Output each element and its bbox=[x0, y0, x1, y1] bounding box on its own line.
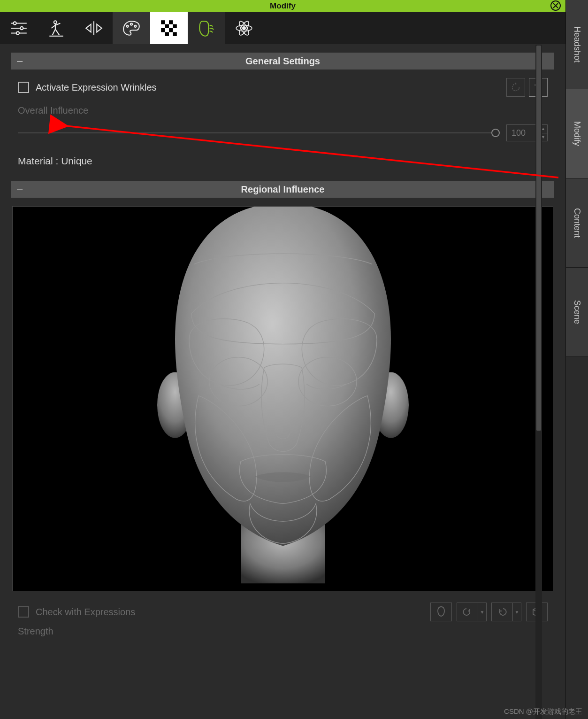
svg-point-17 bbox=[130, 23, 132, 25]
check-expressions-row: Check with Expressions ▼ bbox=[18, 603, 548, 621]
check-expressions-label: Check with Expressions bbox=[36, 607, 135, 618]
svg-point-5 bbox=[20, 27, 23, 30]
dropdown-arrow-icon[interactable]: ▼ bbox=[512, 603, 521, 621]
overall-influence-value: 100 bbox=[512, 128, 526, 138]
cycle-prev-button[interactable]: ▼ bbox=[457, 603, 487, 621]
titlebar: Modify bbox=[0, 0, 565, 12]
svg-point-3 bbox=[13, 22, 16, 24]
window-title: Modify bbox=[270, 1, 296, 11]
svg-line-12 bbox=[53, 29, 55, 35]
scrollbar[interactable] bbox=[535, 45, 542, 719]
tab-content[interactable]: Content bbox=[566, 178, 588, 268]
activate-wrinkles-row: Activate Expression Wrinkles bbox=[18, 78, 548, 97]
overall-influence-slider-row: 100 ▲▼ bbox=[18, 124, 548, 141]
tool-sliders[interactable] bbox=[0, 12, 38, 44]
tool-pose[interactable] bbox=[38, 12, 75, 44]
svg-rect-25 bbox=[169, 28, 173, 32]
tool-physics[interactable] bbox=[225, 12, 263, 44]
dropdown-arrow-icon[interactable]: ▼ bbox=[478, 603, 486, 621]
activate-wrinkles-checkbox[interactable] bbox=[18, 82, 29, 93]
svg-point-18 bbox=[134, 25, 136, 27]
close-button[interactable] bbox=[550, 0, 561, 11]
svg-line-10 bbox=[52, 25, 55, 28]
content-panel: – General Settings Activate Expression W… bbox=[0, 44, 565, 719]
tool-checker[interactable] bbox=[150, 12, 188, 44]
tool-mirror[interactable] bbox=[75, 12, 113, 44]
right-tab-strip: Headshot Modify Content Scene bbox=[565, 0, 588, 719]
material-label: Material : Unique bbox=[18, 155, 548, 167]
activate-wrinkles-label: Activate Expression Wrinkles bbox=[36, 82, 157, 93]
section-title: General Settings bbox=[245, 56, 320, 67]
section-title: Regional Influence bbox=[241, 184, 325, 195]
watermark: CSDN @开发游戏的老王 bbox=[504, 707, 582, 716]
svg-rect-23 bbox=[173, 24, 176, 28]
slider-thumb[interactable] bbox=[491, 129, 500, 137]
svg-line-13 bbox=[55, 29, 59, 35]
face-silhouette-button[interactable] bbox=[430, 603, 452, 621]
svg-rect-20 bbox=[161, 20, 165, 24]
collapse-icon[interactable]: – bbox=[17, 183, 23, 195]
tab-scene[interactable]: Scene bbox=[566, 268, 588, 357]
svg-rect-21 bbox=[169, 20, 173, 24]
toolbar bbox=[0, 12, 565, 44]
section-general-settings[interactable]: – General Settings bbox=[11, 53, 554, 70]
tab-modify[interactable]: Modify bbox=[566, 89, 588, 178]
reset-button[interactable] bbox=[506, 78, 525, 97]
section-regional-influence[interactable]: – Regional Influence bbox=[11, 181, 554, 198]
overall-influence-slider[interactable] bbox=[18, 132, 500, 133]
svg-point-7 bbox=[16, 31, 19, 34]
check-expressions-checkbox[interactable] bbox=[18, 606, 29, 618]
svg-point-28 bbox=[243, 27, 245, 30]
cycle-next-button[interactable]: ▼ bbox=[491, 603, 521, 621]
svg-rect-22 bbox=[165, 24, 169, 28]
svg-rect-24 bbox=[161, 28, 165, 32]
overall-influence-label: Overall Influence bbox=[18, 105, 548, 116]
tool-face-wrinkles[interactable] bbox=[188, 12, 225, 44]
scrollbar-thumb[interactable] bbox=[536, 46, 541, 431]
strength-label: Strength bbox=[18, 626, 548, 637]
tool-palette[interactable] bbox=[113, 12, 150, 44]
svg-rect-26 bbox=[165, 32, 169, 36]
tab-headshot[interactable]: Headshot bbox=[566, 0, 588, 89]
svg-rect-27 bbox=[173, 32, 176, 36]
svg-point-16 bbox=[127, 25, 129, 27]
collapse-icon[interactable]: – bbox=[17, 55, 23, 67]
svg-point-8 bbox=[54, 21, 57, 23]
face-viewport[interactable] bbox=[12, 206, 553, 591]
